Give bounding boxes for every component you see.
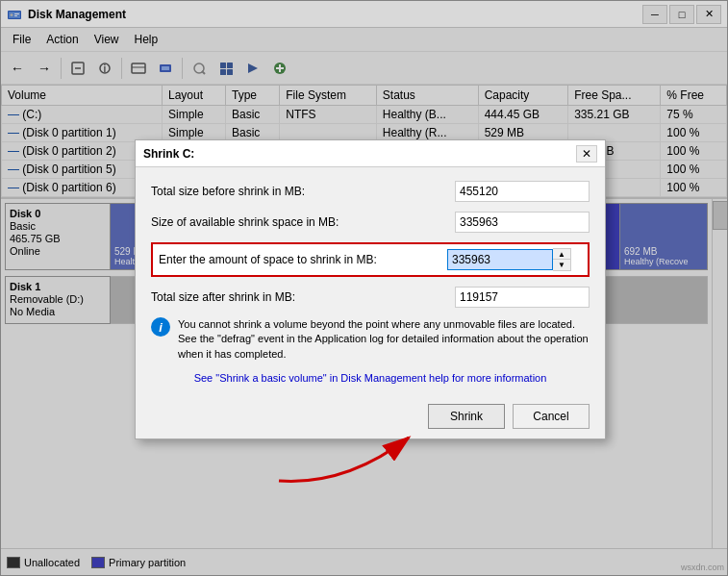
dialog-value-available: 335963	[455, 212, 590, 233]
dialog-overlay: Shrink C: ✕ Total size before shrink in …	[0, 0, 728, 576]
dialog-value-total-after: 119157	[455, 287, 590, 308]
spinner-down[interactable]: ▼	[553, 260, 570, 270]
dialog-row-total-after: Total size after shrink in MB: 119157	[151, 287, 590, 308]
dialog-value-total-before: 455120	[455, 181, 590, 202]
dialog-label-available: Size of available shrink space in MB:	[151, 215, 455, 229]
dialog-input-label: Enter the amount of space to shrink in M…	[159, 253, 447, 266]
dialog-input-row: Enter the amount of space to shrink in M…	[151, 242, 590, 277]
dialog-info-text: You cannot shrink a volume beyond the po…	[178, 317, 590, 362]
dialog-input-wrapper: ▲ ▼	[447, 248, 582, 271]
shrink-dialog: Shrink C: ✕ Total size before shrink in …	[135, 139, 606, 439]
dialog-label-total-before: Total size before shrink in MB:	[151, 185, 455, 198]
watermark: wsxdn.com	[681, 563, 724, 572]
dialog-body: Total size before shrink in MB: 455120 S…	[136, 167, 605, 438]
info-icon: i	[151, 317, 170, 337]
shrink-button[interactable]: Shrink	[428, 404, 505, 429]
dialog-close-button[interactable]: ✕	[576, 145, 597, 163]
dialog-row-total-before: Total size before shrink in MB: 455120	[151, 181, 590, 202]
spinner-up[interactable]: ▲	[553, 249, 570, 260]
shrink-amount-input[interactable]	[447, 249, 553, 270]
spinner-buttons: ▲ ▼	[553, 248, 571, 271]
dialog-buttons: Shrink Cancel	[151, 398, 590, 429]
dialog-help-link[interactable]: See "Shrink a basic volume" in Disk Mana…	[194, 372, 547, 384]
dialog-title: Shrink C:	[143, 147, 194, 161]
dialog-titlebar: Shrink C: ✕	[136, 140, 605, 167]
dialog-link-row: See "Shrink a basic volume" in Disk Mana…	[151, 371, 590, 385]
cancel-button[interactable]: Cancel	[513, 404, 590, 429]
dialog-info-row: i You cannot shrink a volume beyond the …	[151, 317, 590, 362]
dialog-row-available: Size of available shrink space in MB: 33…	[151, 212, 590, 233]
dialog-label-total-after: Total size after shrink in MB:	[151, 290, 455, 304]
